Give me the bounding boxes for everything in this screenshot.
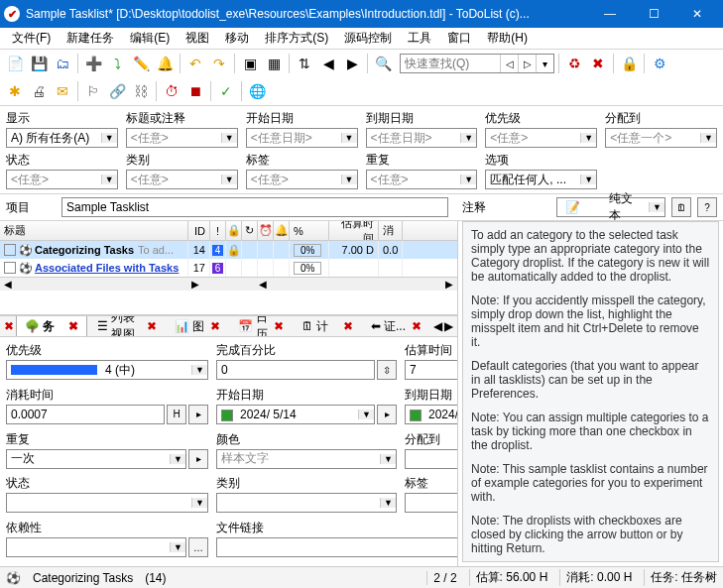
reminder-icon[interactable]: 🔔 <box>154 53 176 74</box>
filter-tag-combo[interactable]: <任意>▼ <box>246 170 358 189</box>
edit-icon[interactable]: ✏️ <box>130 53 152 74</box>
notes-date-button[interactable]: 🗓 <box>671 197 691 217</box>
quickfind-prev-icon[interactable]: ◁ <box>500 55 518 72</box>
plugin-icon[interactable]: ✱ <box>4 80 26 102</box>
grid-hscroll[interactable]: ◀▶◀▶ <box>0 277 457 291</box>
filter-show-combo[interactable]: A) 所有任务(A)▼ <box>6 128 118 148</box>
filter-pri-combo[interactable]: <任意>▼ <box>485 128 597 148</box>
fld-est[interactable] <box>405 360 457 380</box>
find-icon[interactable]: 🔍 <box>372 53 394 74</box>
filter-repeat-combo[interactable]: <任意>▼ <box>366 170 478 189</box>
col-alarm[interactable]: 🔔 <box>274 221 290 240</box>
fld-file[interactable]: ▼ <box>216 537 457 557</box>
quickfind-drop-icon[interactable]: ▾ <box>536 55 553 72</box>
newtask-icon[interactable]: ➕ <box>82 53 104 74</box>
fld-assigned[interactable]: ▼ <box>405 449 457 469</box>
close-button[interactable]: ✕ <box>675 0 719 28</box>
fld-category[interactable]: ▼ <box>216 493 397 513</box>
new-icon[interactable]: 📄 <box>4 53 26 74</box>
col-lock[interactable]: 🔒 <box>226 221 242 240</box>
col-priority[interactable]: ! <box>210 221 226 240</box>
menu-window[interactable]: 窗口 <box>439 28 479 49</box>
table-row[interactable]: ⚽Associated Files with Tasks1760% <box>0 259 457 277</box>
menu-move[interactable]: 移动 <box>217 28 257 49</box>
fld-priority[interactable]: 4 (中)▼ <box>6 360 208 380</box>
menu-view[interactable]: 视图 <box>178 28 217 49</box>
deleteall-icon[interactable]: ♻ <box>563 53 585 74</box>
menu-tools[interactable]: 工具 <box>400 28 439 49</box>
fld-color[interactable]: 样本文字▼ <box>216 449 397 469</box>
project-input[interactable] <box>61 197 448 217</box>
fld-depend-browse[interactable]: … <box>188 537 208 557</box>
grid-body[interactable]: ⚽Categorizing TasksTo ad...144🔒0%7.00 D0… <box>0 241 457 277</box>
fld-pct[interactable] <box>216 360 375 380</box>
quickfind-next-icon[interactable]: ▷ <box>518 55 536 72</box>
menu-edit[interactable]: 编辑(E) <box>122 28 178 49</box>
web-icon[interactable]: 🌐 <box>246 80 268 102</box>
table-row[interactable]: ⚽Categorizing TasksTo ad...144🔒0%7.00 D0… <box>0 241 457 259</box>
menu-newtask[interactable]: 新建任务 <box>59 28 122 49</box>
sort-icon[interactable]: ⇅ <box>294 53 315 74</box>
maximize-button[interactable]: ☐ <box>632 0 675 28</box>
flag-icon[interactable]: 🏳 <box>82 80 104 102</box>
undo-icon[interactable]: ↶ <box>184 53 206 74</box>
saveall-icon[interactable]: 🗂 <box>52 53 73 74</box>
menu-sort[interactable]: 排序方式(S) <box>257 28 336 49</box>
col-more[interactable]: 消 <box>379 221 403 240</box>
filter-start-combo[interactable]: <任意日期>▼ <box>246 128 358 148</box>
menu-file[interactable]: 文件(F) <box>4 28 59 49</box>
nav-prev-icon[interactable]: ◀ <box>317 53 339 74</box>
expand-icon[interactable]: ▦ <box>263 53 285 74</box>
newsubtask-icon[interactable]: ⤵ <box>106 53 128 74</box>
fld-spent-more[interactable]: ▸ <box>188 405 208 424</box>
tab-任务树[interactable]: 🌳任务树✖ <box>16 315 87 337</box>
link-icon[interactable]: 🔗 <box>106 80 128 102</box>
filter-opt-combo[interactable]: 匹配任何人, ...▼ <box>485 170 597 189</box>
fld-spent-unit[interactable]: H <box>167 405 186 424</box>
fld-start[interactable]: 2024/ 5/14▼ <box>216 405 375 424</box>
menu-source[interactable]: 源码控制 <box>336 28 400 49</box>
fld-tags[interactable]: ▼ <box>405 493 457 513</box>
redo-icon[interactable]: ↷ <box>208 53 230 74</box>
tab-日历[interactable]: 📅日历✖ <box>230 315 292 337</box>
col-recur[interactable]: ↻ <box>242 221 258 240</box>
spellcheck-icon[interactable]: ✓ <box>215 80 237 102</box>
fld-pct-spin[interactable]: ⇳ <box>377 360 397 380</box>
fld-due[interactable]: 2024/ 5/20▼ <box>405 405 457 424</box>
notes-body[interactable]: To add an category to the selected task … <box>462 221 719 562</box>
notes-help-button[interactable]: ? <box>697 197 717 217</box>
tab-周计划[interactable]: 🗓周计划✖ <box>294 315 361 337</box>
col-timer[interactable]: ⏰ <box>258 221 274 240</box>
col-id[interactable]: ID <box>188 221 210 240</box>
fld-start-more[interactable]: ▸ <box>377 405 397 424</box>
settings-icon[interactable]: ⚙ <box>649 53 670 74</box>
fld-status[interactable]: ▼ <box>6 493 208 513</box>
collapse-icon[interactable]: ▣ <box>239 53 261 74</box>
filter-cat-combo[interactable]: <任意>▼ <box>126 170 238 189</box>
fld-spent[interactable] <box>6 405 165 424</box>
quickfind-input[interactable] <box>401 57 500 70</box>
filter-title-combo[interactable]: <任意>▼ <box>126 128 238 148</box>
tab-列表视图[interactable]: ☰列表视图✖ <box>89 315 165 337</box>
delete-icon[interactable]: ✖ <box>587 53 609 74</box>
email-icon[interactable]: ✉ <box>52 80 73 102</box>
timer-toggle-icon[interactable]: ⏱ <box>161 80 182 102</box>
col-title[interactable]: 标题 <box>0 221 188 240</box>
filter-alloc-combo[interactable]: <任意一个>▼ <box>605 128 717 148</box>
col-pct[interactable]: % <box>290 221 329 240</box>
depend-icon[interactable]: ⛓ <box>130 80 152 102</box>
print-icon[interactable]: 🖨 <box>28 80 50 102</box>
notes-format-combo[interactable]: 📝纯文本▼ <box>556 197 665 217</box>
tab-图[interactable]: 📊图✖ <box>167 316 228 337</box>
nav-next-icon[interactable]: ▶ <box>341 53 363 74</box>
lock-icon[interactable]: 🔒 <box>618 53 640 74</box>
fld-repeat[interactable]: 一次▼ <box>6 449 186 469</box>
tab-close-icon[interactable]: ✖ <box>4 319 14 333</box>
filter-status-combo[interactable]: <任意>▼ <box>6 170 118 189</box>
menu-help[interactable]: 帮助(H) <box>479 28 536 49</box>
tab-证...[interactable]: ⬅证...✖ <box>363 316 429 337</box>
fld-depend[interactable]: ▼ <box>6 537 186 557</box>
tab-nav-right-icon[interactable]: ▶ <box>444 319 453 333</box>
quickfind[interactable]: ◁ ▷ ▾ <box>400 54 554 73</box>
timer-off-icon[interactable]: ⏹ <box>184 80 206 102</box>
